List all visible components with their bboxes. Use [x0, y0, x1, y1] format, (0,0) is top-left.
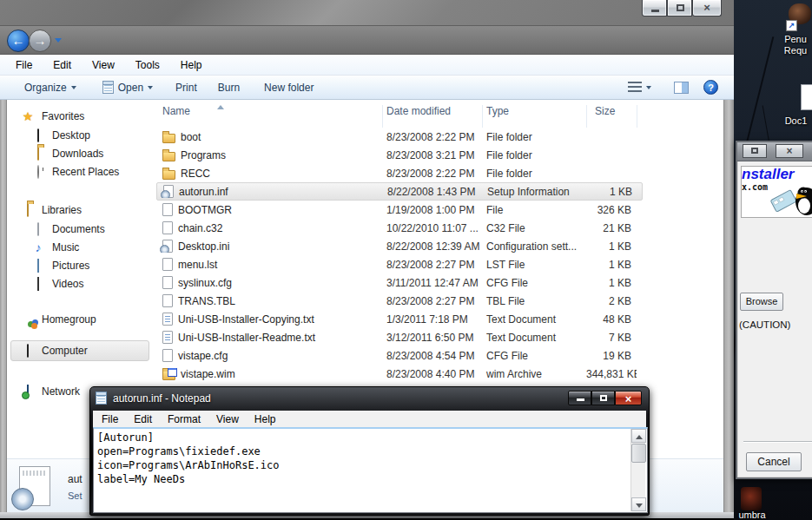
sidebar-item-recent-places[interactable]: Recent Places — [31, 163, 119, 181]
table-row[interactable]: chain.c32 10/22/2010 11:07 ... C32 File … — [156, 219, 643, 237]
file-size: 21 KB — [586, 222, 637, 234]
burn-button[interactable]: Burn — [218, 82, 240, 94]
menu-help[interactable]: Help — [254, 413, 276, 425]
table-row[interactable]: vistape.cfg 8/23/2008 4:54 PM CFG File 1… — [156, 346, 643, 365]
libraries-icon — [27, 203, 29, 217]
menu-view[interactable]: View — [216, 413, 239, 425]
table-row[interactable]: Uni-USB-Installer-Readme.txt 3/12/2011 6… — [156, 328, 643, 346]
sidebar-label: Favorites — [42, 110, 84, 122]
file-name: syslinux.cfg — [178, 277, 232, 289]
scrollbar-thumb[interactable] — [631, 444, 646, 463]
table-row[interactable]: boot 8/23/2008 2:22 PM File folder — [156, 128, 643, 146]
menu-view[interactable]: View — [92, 59, 115, 71]
vertical-scrollbar[interactable] — [630, 429, 645, 511]
desktop-icon-label[interactable]: Requ — [779, 45, 812, 56]
folder-icon — [162, 170, 175, 180]
installer-titlebar[interactable]: × — [737, 142, 812, 161]
chevron-down-icon — [148, 86, 153, 89]
table-row[interactable]: BOOTMGR 1/19/2008 1:00 PM File 326 KB — [156, 201, 643, 219]
maximize-button[interactable] — [743, 144, 767, 158]
column-header-date[interactable]: Date modified — [386, 105, 451, 117]
close-button[interactable]: × — [615, 391, 642, 405]
scroll-down-button[interactable] — [631, 497, 646, 511]
desktop-icon-label[interactable]: Penu — [779, 34, 812, 44]
column-separator[interactable] — [482, 105, 483, 128]
open-button[interactable]: Open — [102, 81, 153, 94]
close-button[interactable]: × — [776, 144, 803, 158]
sidebar-item-downloads[interactable]: Downloads — [31, 145, 103, 162]
screen: ↗ Penu Requ Doc1 umbra × ← → Computer PE… — [0, 0, 812, 520]
menu-edit[interactable]: Edit — [53, 59, 71, 71]
column-header-name[interactable]: Name — [162, 105, 190, 117]
new-folder-button[interactable]: New folder — [264, 82, 314, 94]
forward-button[interactable]: → — [29, 30, 51, 52]
table-row[interactable]: Desktop.ini 8/22/2008 12:39 AM Configura… — [156, 237, 643, 255]
desktop-icon-label[interactable]: umbra — [726, 510, 778, 520]
table-row-selected[interactable]: autorun.inf 8/22/2008 1:43 PM Setup Info… — [156, 182, 643, 201]
text-line: icon=Programs\ArAbInHoRsE.ico — [97, 458, 644, 472]
table-row[interactable]: TRANS.TBL 8/23/2008 2:27 PM TBL File 2 K… — [156, 292, 643, 310]
preview-pane-button[interactable] — [674, 82, 689, 94]
triangle-up-icon — [636, 435, 643, 439]
file-size: 344,831 KB — [586, 368, 637, 380]
menu-format[interactable]: Format — [168, 413, 201, 425]
help-button[interactable]: ? — [703, 80, 718, 95]
minimize-button[interactable] — [642, 0, 667, 16]
desktop-icon-umbra[interactable] — [741, 487, 762, 510]
menu-edit[interactable]: Edit — [134, 413, 152, 425]
file-name: Uni-USB-Installer-Readme.txt — [178, 332, 315, 344]
sidebar-item-videos[interactable]: Videos — [31, 275, 83, 293]
desktop-icon-document[interactable] — [801, 84, 812, 110]
sidebar-item-favorites[interactable]: ★ Favorites — [21, 108, 84, 125]
explorer-navbar: ← → Computer PENDRIVE (I:) — [0, 26, 734, 55]
column-separator[interactable] — [586, 105, 587, 128]
sidebar-item-desktop[interactable]: Desktop — [31, 127, 90, 144]
column-header-size[interactable]: Size — [595, 105, 615, 117]
organize-button[interactable]: Organize — [24, 82, 76, 94]
print-button[interactable]: Print — [175, 82, 197, 94]
sidebar-item-network[interactable]: Network — [21, 383, 80, 400]
menu-file[interactable]: File — [102, 413, 118, 425]
star-icon: ★ — [21, 109, 35, 123]
desktop-icon-label[interactable]: Doc1 — [780, 115, 812, 126]
menu-help[interactable]: Help — [181, 59, 202, 71]
notepad-text-area[interactable]: [Autorun] open=Programs\fixiedef.exe ico… — [93, 427, 648, 513]
column-separator[interactable] — [382, 105, 383, 128]
monitor-icon — [37, 128, 39, 142]
table-row[interactable]: syslinux.cfg 3/11/2011 12:47 AM CFG File… — [156, 273, 643, 292]
sidebar-item-libraries[interactable]: Libraries — [21, 201, 82, 219]
sidebar-item-music[interactable]: ♪ Music — [31, 239, 79, 256]
browse-button[interactable]: Browse — [740, 293, 783, 311]
cancel-button[interactable]: Cancel — [746, 452, 802, 471]
file-name: TRANS.TBL — [178, 295, 235, 307]
menu-tools[interactable]: Tools — [135, 59, 160, 71]
file-date: 1/19/2008 1:00 PM — [382, 204, 482, 216]
sidebar-item-computer[interactable]: Computer — [21, 342, 88, 359]
installer-header-banner: nstaller x.com — [741, 166, 812, 218]
minimize-button[interactable] — [568, 391, 591, 405]
history-dropdown-icon[interactable] — [55, 38, 62, 43]
table-row[interactable]: vistape.wim 8/23/2008 4:40 PM wim Archiv… — [156, 365, 643, 383]
close-button[interactable]: × — [692, 0, 722, 16]
table-row[interactable]: RECC 8/23/2008 2:22 PM File folder — [156, 164, 643, 182]
scroll-up-button[interactable] — [631, 429, 646, 443]
maximize-button[interactable] — [667, 0, 692, 16]
table-row[interactable]: menu.lst 8/23/2008 2:27 PM LST File 1 KB — [156, 255, 643, 273]
file-date: 8/23/2008 2:22 PM — [382, 131, 482, 143]
sidebar-item-pictures[interactable]: Pictures — [31, 257, 89, 274]
file-size: 1 KB — [586, 259, 637, 271]
sidebar-item-documents[interactable]: Documents — [31, 221, 105, 238]
explorer-titlebar[interactable] — [0, 0, 734, 26]
maximize-button[interactable] — [591, 391, 615, 405]
back-button[interactable]: ← — [7, 30, 30, 52]
column-separator[interactable] — [637, 105, 637, 128]
table-row[interactable]: Uni-USB-Installer-Copying.txt 1/3/2011 7… — [156, 310, 643, 328]
table-row[interactable]: Programs 8/23/2008 3:21 PM File folder — [156, 146, 643, 164]
change-view-button[interactable] — [628, 82, 651, 93]
file-name: chain.c32 — [178, 222, 222, 234]
column-header-type[interactable]: Type — [486, 105, 509, 117]
sidebar-item-homegroup[interactable]: Homegroup — [21, 311, 96, 328]
menu-file[interactable]: File — [16, 59, 32, 71]
file-icon — [162, 258, 173, 271]
notepad-titlebar[interactable]: autorun.inf - Notepad — [96, 392, 211, 405]
